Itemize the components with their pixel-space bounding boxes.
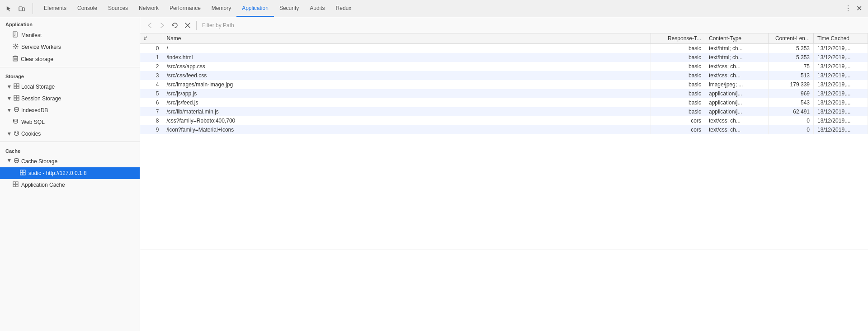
cache-table: # Name Response-T... Content-Type Conten… (140, 33, 868, 134)
tab-performance[interactable]: Performance (164, 0, 206, 17)
sidebar-item-indexeddb[interactable]: ▶ IndexedDB (0, 104, 140, 116)
table-row[interactable]: 2/src/css/app.cssbasictext/css; ch...751… (140, 62, 868, 71)
table-row[interactable]: 3/src/css/feed.cssbasictext/css; ch...51… (140, 71, 868, 80)
cookie-icon (14, 130, 19, 137)
table-body: 0/basictext/html; ch...5,35313/12/2019,.… (140, 44, 868, 135)
sidebar-item-session-storage[interactable]: ▶ Session Storage (0, 93, 140, 104)
table-row[interactable]: 9/icon?family=Material+Iconscorstext/css… (140, 125, 868, 134)
table-row[interactable]: 7/src/lib/material.min.jsbasicapplicatio… (140, 107, 868, 116)
sidebar-item-web-sql[interactable]: Web SQL (0, 116, 140, 128)
refresh-button[interactable] (169, 19, 181, 31)
col-header-hash: # (140, 33, 163, 44)
tab-security[interactable]: Security (274, 0, 304, 17)
svg-rect-1 (23, 8, 24, 11)
device-icon[interactable] (16, 3, 27, 14)
svg-rect-18 (17, 95, 19, 98)
grid-icon (13, 181, 19, 189)
table-row[interactable]: 8/css?family=Roboto:400,700corstext/css;… (140, 116, 868, 125)
sidebar: Application Manifest Service Workers (0, 17, 140, 331)
sidebar-item-label: Cache Storage (21, 158, 57, 165)
col-header-content-type: Content-Type (705, 33, 769, 44)
table-row[interactable]: 1/index.htmlbasictext/html; ch...5,35313… (140, 53, 868, 62)
sidebar-item-cookies[interactable]: ▶ Cookies (0, 128, 140, 140)
filter-input[interactable] (199, 22, 864, 28)
svg-rect-37 (16, 182, 18, 184)
bottom-area (140, 250, 868, 331)
grid-icon (14, 83, 19, 90)
svg-rect-33 (23, 170, 25, 172)
close-devtools-button[interactable]: ✕ (854, 3, 864, 14)
svg-point-30 (14, 159, 19, 161)
data-table-container: # Name Response-T... Content-Type Conten… (140, 33, 868, 250)
table-row[interactable]: 5/src/js/app.jsbasicapplication/j...9691… (140, 89, 868, 98)
svg-rect-35 (23, 173, 25, 175)
expand-arrow-icon: ▶ (7, 132, 12, 136)
sidebar-item-label: Local Storage (21, 84, 55, 90)
sidebar-item-manifest[interactable]: Manifest (0, 29, 140, 41)
tab-network[interactable]: Network (133, 0, 164, 17)
sidebar-item-label: Web SQL (21, 119, 45, 125)
svg-point-27 (17, 132, 18, 133)
svg-point-23 (14, 119, 18, 121)
sidebar-item-local-storage[interactable]: ▶ Local Storage (0, 81, 140, 93)
svg-rect-38 (13, 184, 15, 187)
sidebar-item-label: Clear storage (21, 56, 53, 62)
expand-arrow-down-icon: ▶ (7, 159, 12, 164)
svg-rect-13 (14, 84, 16, 86)
sidebar-section-storage: Storage (0, 69, 140, 81)
cache-icon (14, 158, 19, 165)
forward-button[interactable] (156, 19, 168, 31)
table-header: # Name Response-T... Content-Type Conten… (140, 33, 868, 44)
svg-rect-39 (16, 184, 18, 187)
tab-console[interactable]: Console (72, 0, 103, 17)
tab-redux[interactable]: Redux (330, 0, 357, 17)
sidebar-item-label: Cookies (21, 131, 41, 137)
svg-point-29 (17, 133, 18, 134)
sidebar-item-label: Session Storage (21, 95, 61, 102)
sidebar-item-label: Application Cache (21, 182, 65, 188)
svg-point-28 (16, 134, 17, 135)
devtools-tabbar: Elements Console Sources Network Perform… (0, 0, 868, 17)
cursor-icon[interactable] (4, 3, 14, 14)
db-icon (13, 118, 19, 126)
sidebar-item-static-cache[interactable]: static - http://127.0.0.1:8 (0, 167, 140, 179)
trash-icon (13, 55, 18, 63)
sidebar-item-label: Service Workers (21, 44, 61, 50)
svg-rect-20 (17, 98, 19, 100)
table-row[interactable]: 4/src/images/main-image.jpgbasicimage/jp… (140, 80, 868, 89)
svg-rect-16 (17, 86, 19, 89)
back-button[interactable] (144, 19, 156, 31)
sidebar-item-application-cache[interactable]: Application Cache (0, 179, 140, 191)
svg-rect-15 (14, 86, 16, 89)
sidebar-divider-2 (0, 142, 140, 142)
tab-elements[interactable]: Elements (38, 0, 72, 17)
sidebar-item-label: static - http://127.0.0.1:8 (28, 170, 87, 176)
sidebar-item-clear-storage[interactable]: Clear storage (0, 53, 140, 65)
table-row[interactable]: 6/src/js/feed.jsbasicapplication/j...543… (140, 98, 868, 107)
sidebar-item-service-workers[interactable]: Service Workers (0, 41, 140, 53)
tab-application[interactable]: Application (236, 0, 274, 17)
expand-arrow-icon: ▶ (7, 85, 12, 89)
delete-button[interactable] (182, 19, 193, 31)
col-header-name: Name (163, 33, 651, 44)
more-tabs-button[interactable]: ⋮ (843, 3, 854, 14)
db-icon (14, 107, 19, 114)
table-row[interactable]: 0/basictext/html; ch...5,35313/12/2019,.… (140, 44, 868, 53)
sidebar-item-cache-storage[interactable]: ▶ Cache Storage (0, 156, 140, 167)
expand-arrow-icon: ▶ (7, 108, 12, 113)
svg-point-25 (14, 131, 19, 136)
tab-audits[interactable]: Audits (304, 0, 330, 17)
file-icon (13, 31, 19, 39)
toolbar-separator (196, 21, 197, 30)
expand-arrow-icon: ▶ (7, 96, 12, 101)
sidebar-section-cache: Cache (0, 144, 140, 156)
svg-rect-32 (20, 170, 23, 172)
col-header-response-type: Response-T... (651, 33, 705, 44)
svg-point-26 (15, 132, 16, 133)
svg-rect-14 (17, 84, 19, 86)
sidebar-divider-1 (0, 67, 140, 67)
svg-rect-19 (14, 98, 16, 100)
tab-memory[interactable]: Memory (206, 0, 236, 17)
sidebar-item-label: IndexedDB (21, 107, 48, 113)
tab-sources[interactable]: Sources (103, 0, 133, 17)
